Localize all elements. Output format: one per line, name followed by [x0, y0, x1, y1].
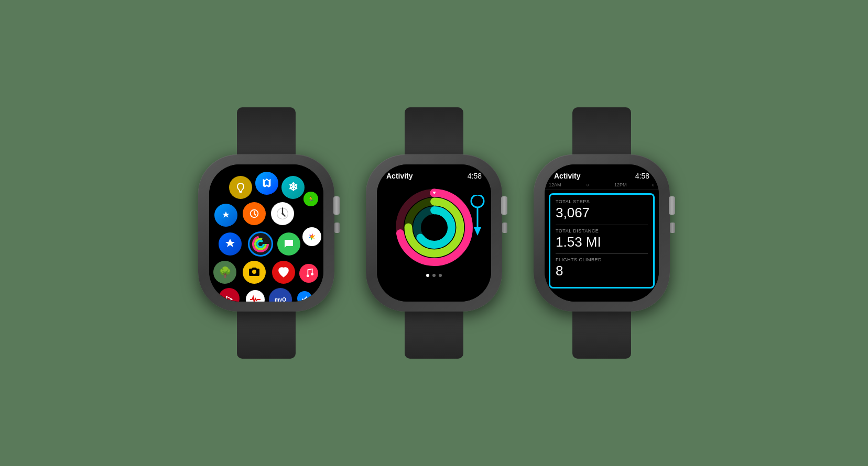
watch-1: ❄ 🏃: [198, 107, 334, 359]
app-photos[interactable]: [302, 227, 321, 246]
activity-header: Activity 4:58: [377, 164, 491, 180]
app-maps[interactable]: [255, 172, 278, 195]
band-top-1: [237, 107, 296, 154]
app-camera[interactable]: [243, 261, 266, 284]
watch-button-2: [502, 223, 507, 233]
band-top-2: [405, 107, 463, 154]
svg-point-14: [471, 195, 484, 207]
app-messages[interactable]: [277, 232, 300, 256]
page-dot-3: [439, 274, 442, 277]
svg-point-5: [257, 241, 264, 247]
activity-rings-svg: [391, 184, 478, 271]
stat-distance-value: 1.53 MI: [556, 235, 648, 250]
stat-steps-label: TOTAL STEPS: [556, 199, 648, 204]
app-heart[interactable]: [272, 261, 295, 284]
timeline-mid-dot: ○: [652, 182, 655, 187]
app-tree[interactable]: 🌳: [213, 261, 236, 284]
activity-title: Activity: [386, 172, 413, 180]
band-bottom-2: [405, 312, 463, 359]
timeline-labels: 12AM ○ 12PM ○: [549, 182, 655, 187]
stat-total-distance: TOTAL DISTANCE 1.53 MI: [556, 228, 648, 250]
timeline-bar: 12AM ○ 12PM ○: [545, 180, 659, 190]
stats-title: Activity: [554, 172, 581, 180]
app-music[interactable]: [299, 264, 318, 283]
stat-total-steps: TOTAL STEPS 3,067: [556, 199, 648, 220]
watch-screen-2: Activity 4:58: [377, 164, 491, 302]
watch-button-1: [334, 223, 340, 233]
timeline-dot-label: ○: [587, 182, 589, 187]
stats-screen: Activity 4:58 12AM ○ 12PM ○ TOTA: [545, 164, 659, 302]
stat-flights-climbed: FLIGHTS CLIMBED 8: [556, 257, 648, 279]
app-hearing[interactable]: [229, 176, 252, 199]
app-trivia[interactable]: ▷: [219, 288, 240, 302]
stat-flights-value: 8: [556, 263, 648, 279]
app-breathe[interactable]: ❄: [281, 176, 305, 199]
timeline-mid: 12PM: [614, 182, 627, 187]
watch-crown-1: [333, 196, 340, 215]
stats-content: TOTAL STEPS 3,067 TOTAL DISTANCE 1.53 MI…: [549, 193, 655, 289]
band-bottom-3: [572, 312, 631, 359]
page-dot-2: [432, 274, 436, 277]
scroll-indicator: [470, 195, 485, 244]
svg-point-2: [281, 213, 284, 215]
band-top-3: [572, 107, 631, 154]
watch-3: Activity 4:58 12AM ○ 12PM ○ TOTA: [534, 107, 670, 359]
page-dots: [377, 274, 491, 277]
app-clock-orange[interactable]: [243, 202, 266, 225]
timeline-start: 12AM: [549, 182, 561, 187]
watch-body-2: Activity 4:58: [366, 154, 502, 312]
app-vitals[interactable]: [214, 204, 237, 227]
watch-crown-2: [501, 196, 507, 215]
watch-screen-3: Activity 4:58 12AM ○ 12PM ○ TOTA: [545, 164, 659, 302]
app-world-clock[interactable]: [271, 202, 294, 225]
watch-button-3: [670, 223, 675, 233]
app-ecg[interactable]: [246, 290, 265, 302]
rings-container: [377, 184, 491, 271]
watch-crown-3: [669, 196, 675, 215]
activity-screen: Activity 4:58: [377, 164, 491, 302]
stat-distance-label: TOTAL DISTANCE: [556, 228, 648, 234]
app-activity-small[interactable]: 🏃: [303, 192, 318, 206]
stats-header: Activity 4:58: [545, 164, 659, 180]
app-activity-main[interactable]: [248, 231, 273, 257]
app-grid: ❄ 🏃: [209, 164, 323, 302]
app-blue-dot[interactable]: [297, 291, 312, 302]
stat-flights-label: FLIGHTS CLIMBED: [556, 257, 648, 262]
stat-divider-1: [556, 225, 648, 225]
watch-body-3: Activity 4:58 12AM ○ 12PM ○ TOTA: [534, 154, 670, 312]
stat-divider-2: [556, 253, 648, 254]
watch-2: Activity 4:58: [366, 107, 502, 359]
stats-time: 4:58: [635, 172, 649, 180]
watch-screen-1: ❄ 🏃: [209, 164, 323, 302]
activity-time: 4:58: [468, 172, 482, 180]
watch-body-1: ❄ 🏃: [198, 154, 334, 312]
band-bottom-1: [237, 312, 296, 359]
app-store[interactable]: [219, 232, 242, 256]
stat-steps-value: 3,067: [556, 205, 648, 220]
app-myq[interactable]: myQ: [269, 288, 292, 302]
page-dot-1: [426, 274, 429, 277]
